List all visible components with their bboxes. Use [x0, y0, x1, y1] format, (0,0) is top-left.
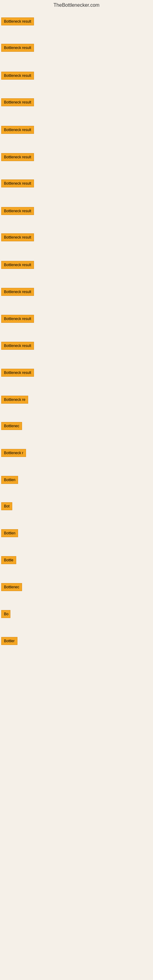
- list-item: Bottler: [1, 637, 18, 646]
- bottleneck-badge[interactable]: Bottleneck result: [1, 369, 34, 377]
- bottleneck-badge[interactable]: Bottleneck result: [1, 126, 34, 134]
- bottleneck-badge[interactable]: Bottler: [1, 637, 18, 645]
- bottleneck-badge[interactable]: Bottleneck r: [1, 449, 26, 457]
- list-item: Bottlenec: [1, 422, 22, 431]
- list-item: Bottleneck result: [1, 72, 34, 81]
- bottleneck-badge[interactable]: Bottleneck result: [1, 44, 34, 52]
- bottleneck-badge[interactable]: Bottleneck result: [1, 315, 34, 323]
- bottleneck-badge[interactable]: Bottleneck result: [1, 207, 34, 215]
- bottleneck-badge[interactable]: Bottleneck result: [1, 153, 34, 161]
- list-item: Bo: [1, 610, 10, 619]
- bottleneck-badge[interactable]: Bottlenec: [1, 583, 22, 591]
- list-item: Bottlen: [1, 529, 18, 538]
- bottleneck-badge[interactable]: Bottle: [1, 556, 16, 564]
- list-item: Bottleneck result: [1, 315, 34, 324]
- bottleneck-badge[interactable]: Bot: [1, 502, 12, 510]
- list-item: Bottleneck result: [1, 369, 34, 378]
- bottleneck-badge[interactable]: Bottleneck result: [1, 18, 34, 25]
- bottleneck-badge[interactable]: Bo: [1, 610, 10, 618]
- bottleneck-badge[interactable]: Bottleneck result: [1, 261, 34, 269]
- list-item: Bottleneck result: [1, 18, 34, 27]
- list-item: Bottleneck result: [1, 342, 34, 351]
- bottleneck-badge[interactable]: Bottleneck re: [1, 396, 28, 404]
- list-item: Bottleneck result: [1, 98, 34, 108]
- list-item: Bottleneck result: [1, 261, 34, 270]
- bottleneck-badge[interactable]: Bottleneck result: [1, 288, 34, 296]
- list-item: Bot: [1, 502, 12, 511]
- list-item: Bottleneck result: [1, 288, 34, 297]
- bottleneck-badge[interactable]: Bottleneck result: [1, 180, 34, 188]
- list-item: Bottleneck result: [1, 233, 34, 243]
- list-item: Bottlen: [1, 476, 18, 485]
- site-title: TheBottlenecker.com: [0, 0, 153, 9]
- list-item: Bottleneck r: [1, 449, 26, 458]
- bottleneck-badge[interactable]: Bottlen: [1, 476, 18, 484]
- list-item: Bottleneck result: [1, 126, 34, 135]
- list-item: Bottlenec: [1, 583, 22, 592]
- bottleneck-badge[interactable]: Bottleneck result: [1, 72, 34, 80]
- list-item: Bottleneck result: [1, 207, 34, 216]
- bottleneck-badge[interactable]: Bottleneck result: [1, 98, 34, 106]
- list-item: Bottleneck result: [1, 44, 34, 53]
- list-item: Bottleneck result: [1, 180, 34, 189]
- bottleneck-badge[interactable]: Bottleneck result: [1, 342, 34, 350]
- site-title-container: TheBottlenecker.com: [0, 0, 153, 9]
- list-item: Bottleneck result: [1, 153, 34, 162]
- bottleneck-badge[interactable]: Bottleneck result: [1, 233, 34, 241]
- items-container: [0, 9, 153, 12]
- bottleneck-badge[interactable]: Bottlen: [1, 529, 18, 537]
- bottleneck-badge[interactable]: Bottlenec: [1, 422, 22, 430]
- list-item: Bottleneck re: [1, 396, 28, 405]
- list-item: Bottle: [1, 556, 16, 565]
